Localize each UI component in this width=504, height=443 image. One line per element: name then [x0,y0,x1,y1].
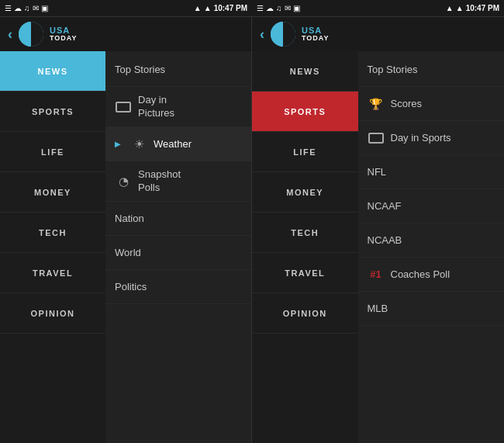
menu-label-wrap-pictures: Day in Pictures [138,94,174,120]
status-bar: ☰ ☁ ♫ ✉ ▣ ▲ ▲ 10:47 PM ☰ ☁ ♫ ✉ ▣ ▲ ▲ 10:… [0,0,504,17]
nav-label-tech-left: TECH [39,228,67,237]
menu-top-stories-sports[interactable]: Top Stories [358,53,505,87]
menu-top-stories[interactable]: Top Stories [105,53,251,87]
status-bar-right: ☰ ☁ ♫ ✉ ▣ ▲ ▲ 10:47 PM [252,0,504,17]
panel-news: ‹ USA TODAY NEWS SPORTS LIFE [0,17,252,443]
menu-ncaaf[interactable]: NCAAF [358,189,505,223]
image-icon-pictures [115,100,132,114]
nav-label-opinion-left: OPINION [31,309,75,318]
back-button-right[interactable]: ‹ [260,26,264,43]
image-icon-sports [368,131,385,145]
signal-icon-r: ▲ [446,4,454,12]
menu-label-mlb: MLB [368,303,388,314]
menu-label-top-stories: Top Stories [115,64,165,75]
back-button-left[interactable]: ‹ [8,26,12,43]
menu-snapshot-polls[interactable]: ◔ Snapshot Polls [105,161,251,202]
nav-item-news-right[interactable]: NEWS [252,51,358,92]
nav-item-sports-right[interactable]: SPORTS [252,92,358,132]
menu-label-nation: Nation [115,213,144,224]
music-icon: ♫ [24,4,30,12]
nav-label-life-left: LIFE [41,147,64,157]
wifi-icon: ▲ [204,4,212,12]
sun-icon: ☀ [130,137,147,151]
logo-left-half-r [271,22,283,47]
nav-label-sports-right: SPORTS [284,107,326,116]
menu-weather[interactable]: ▶ ☀ Weather [105,127,251,161]
nav-label-sports-left: SPORTS [32,107,74,116]
mail-icon-r: ✉ [285,4,291,12]
menu-label-coaches-poll: Coaches Poll [391,268,450,280]
nav-item-life-left[interactable]: LIFE [0,132,105,172]
menu-politics[interactable]: Politics [105,270,251,304]
status-left-icons-r: ☰ ☁ ♫ ✉ ▣ [257,4,300,12]
menu-label-weather: Weather [154,138,192,150]
status-time-right: 10:47 PM [466,4,499,12]
cloud-icon: ☁ [14,4,22,12]
nav-item-news-left[interactable]: NEWS [0,51,105,92]
menu-label-pictures: Pictures [138,107,174,120]
number-one-icon: #1 [368,268,385,282]
menu-label-politics: Politics [115,281,147,292]
logo-right-half [31,22,43,47]
header-news: ‹ USA TODAY [0,17,251,51]
nav-item-sports-left[interactable]: SPORTS [0,92,105,132]
status-right-icons: ▲ ▲ 10:47 PM [194,4,247,12]
header-sports: ‹ USA TODAY [252,17,504,51]
nav-label-news-right: NEWS [290,67,320,76]
nav-label-travel-left: TRAVEL [33,268,73,278]
app-icon: ▣ [41,4,48,12]
menu-label-nfl: NFL [368,166,387,178]
menu-ncaab[interactable]: NCAAB [358,223,505,258]
nav-item-opinion-left[interactable]: OPINION [0,293,105,334]
menu-label-snapshot: Snapshot [138,168,181,182]
right-menu-sports: Top Stories 🏆 Scores Day in Sports NFL N… [358,51,505,443]
nav-label-life-right: LIFE [293,147,316,157]
left-nav-sports: NEWS SPORTS LIFE MONEY TECH TRAVEL [252,51,358,443]
nav-item-travel-right[interactable]: TRAVEL [252,253,358,293]
cloud-icon-r: ☁ [266,4,274,12]
nav-item-tech-left[interactable]: TECH [0,213,105,253]
panel-sports: ‹ USA TODAY NEWS SPORTS LIFE [252,17,504,443]
nav-item-money-right[interactable]: MONEY [252,172,358,213]
menu-label-ncaab: NCAAB [368,234,402,246]
status-bar-left: ☰ ☁ ♫ ✉ ▣ ▲ ▲ 10:47 PM [0,0,252,17]
menu-day-pictures[interactable]: Day in Pictures [105,87,251,127]
menu-label-world: World [115,247,141,258]
main-content: ‹ USA TODAY NEWS SPORTS LIFE [0,17,504,443]
menu-label-day-pictures: Day in [138,94,174,107]
menu-label-day-sports: Day in Sports [391,132,451,144]
music-icon-r: ♫ [276,4,282,12]
logo-today-left: TODAY [50,35,78,43]
menu-nation[interactable]: Nation [105,202,251,236]
nav-label-tech-right: TECH [291,228,319,237]
nav-label-opinion-right: OPINION [283,309,327,318]
nav-label-news-left: NEWS [38,67,68,76]
menu-scores[interactable]: 🏆 Scores [358,87,505,121]
menu-mlb[interactable]: MLB [358,292,505,326]
nav-content-left: NEWS SPORTS LIFE MONEY TECH TRAVEL [0,51,251,443]
menu-label-wrap-polls: Snapshot Polls [138,168,181,195]
menu-day-in-sports[interactable]: Day in Sports [358,121,505,155]
nav-item-opinion-right[interactable]: OPINION [252,293,358,334]
menu-nfl[interactable]: NFL [358,155,505,189]
menu-coaches-poll[interactable]: #1 Coaches Poll [358,258,505,292]
menu-world[interactable]: World [105,236,251,270]
nav-item-tech-right[interactable]: TECH [252,213,358,253]
menu-icon-status: ☰ [5,4,12,12]
nav-label-travel-right: TRAVEL [285,268,325,278]
nav-label-money-right: MONEY [286,188,323,197]
nav-item-life-right[interactable]: LIFE [252,132,358,172]
nav-label-money-left: MONEY [34,188,71,197]
signal-icon: ▲ [194,4,202,12]
app-icon-r: ▣ [293,4,300,12]
logo-text-left: USA TODAY [50,26,78,43]
logo-right-half-r [283,22,295,47]
active-arrow-icon: ▶ [115,140,121,148]
nav-item-travel-left[interactable]: TRAVEL [0,253,105,293]
left-nav-news: NEWS SPORTS LIFE MONEY TECH TRAVEL [0,51,105,443]
nav-item-money-left[interactable]: MONEY [0,172,105,213]
logo-left-half [19,22,31,47]
logo-circle-right [271,22,295,47]
right-menu-news: Top Stories Day in Pictures ▶ ☀ Weather [105,51,251,443]
mail-icon: ✉ [33,4,39,12]
